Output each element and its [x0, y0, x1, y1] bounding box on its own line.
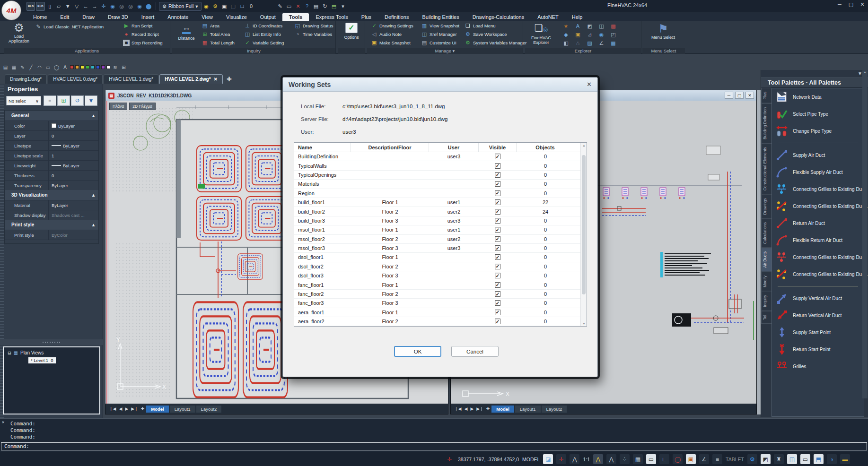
scroll-up-icon[interactable]: ▲	[581, 144, 587, 147]
visible-checkbox[interactable]: ✓	[479, 207, 517, 216]
palette-item-network-data[interactable]: Network Data	[772, 88, 864, 105]
toolbar-overflow-icon[interactable]: ▾	[339, 2, 347, 11]
id-coordinates-button[interactable]: ⊥ID Coordinates	[244, 22, 282, 29]
palette-tab[interactable]: Inquiry	[761, 291, 772, 311]
pencil-icon[interactable]: ✎	[19, 63, 26, 72]
visible-checkbox[interactable]: ✓	[479, 216, 517, 225]
color-swatch[interactable]	[86, 65, 89, 69]
workspace-dropdown[interactable]: ⚙ Ribbon Full ▾	[159, 2, 202, 11]
table-row[interactable]: msol_floor1 Floor 1 user1 ✓ 0	[294, 225, 580, 234]
monitor-icon[interactable]: ▭	[800, 454, 810, 464]
visible-checkbox[interactable]: ✓	[479, 317, 517, 326]
new-layout-icon[interactable]: ✚	[140, 406, 146, 411]
bld-icon[interactable]: BLD	[36, 2, 44, 11]
redo-icon[interactable]: →	[91, 2, 99, 11]
visible-checkbox[interactable]: ✓	[479, 189, 517, 198]
variable-setting-button[interactable]: ✓Variable Setting	[244, 39, 284, 46]
arc-icon[interactable]: ◠	[36, 63, 43, 72]
save-as-icon[interactable]: ▽	[73, 2, 81, 11]
visible-checkbox[interactable]: ✓	[479, 180, 517, 188]
audio-note-button[interactable]: ◁Audio Note	[371, 30, 402, 38]
table-header[interactable]: Name Description/Floor User Visible Obje…	[294, 143, 587, 152]
color-swatch[interactable]	[91, 65, 95, 69]
plot-icon[interactable]: ✛	[100, 2, 108, 11]
rect-icon[interactable]: ▭	[44, 63, 52, 72]
sphere-icon[interactable]: ◉	[109, 2, 117, 11]
panel-splitter[interactable]	[0, 339, 103, 345]
section-general[interactable]: General▴	[5, 111, 98, 121]
explorer-tool-icon[interactable]: ★	[560, 22, 572, 30]
explorer-tool-icon[interactable]: ⊿	[584, 30, 596, 39]
section-3d-visualization[interactable]: 3D Visualization▴	[5, 190, 98, 200]
annotation-monitor-icon[interactable]: ⋀	[606, 454, 616, 464]
viewport-minimize-button[interactable]: ─	[725, 92, 733, 99]
box-3d-icon[interactable]: ⬒	[330, 2, 338, 11]
plan-views-root[interactable]: ⊟ ▦ Plan Views	[4, 347, 99, 355]
bulb-icon[interactable]: ◉	[202, 2, 210, 11]
options-button[interactable]: ✓ Options	[338, 23, 365, 40]
minimize-button[interactable]: ─	[836, 1, 843, 8]
menu-tab[interactable]: Insert	[135, 13, 161, 21]
distance-button[interactable]: ↔ Distance	[173, 23, 200, 41]
doc-tab[interactable]: HVAC LEVEL 1.dwg*	[104, 74, 158, 84]
visible-checkbox[interactable]: ✓	[479, 271, 517, 280]
table-row[interactable]: aera_floor1 Floor 1 ✓ 0	[294, 308, 580, 317]
ok-button[interactable]: OK	[394, 346, 441, 357]
gear-yellow-icon[interactable]: ⚙	[211, 2, 219, 11]
palette-tab[interactable]: Air Ducts	[761, 248, 772, 271]
save-icon[interactable]: ▼	[64, 2, 72, 11]
section-print-style[interactable]: Print style▴	[5, 220, 98, 230]
select-objects-button[interactable]: ↺	[71, 95, 84, 106]
table-row[interactable]: TypicalWalls ✓ 0	[294, 161, 580, 170]
grid-dots-icon[interactable]: ⁘	[620, 454, 630, 464]
explorer-tool-icon[interactable]: ◰	[607, 30, 619, 39]
palette-item-return-air-duct[interactable]: Return Air Duct	[772, 215, 864, 232]
menu-tab[interactable]: Draw	[76, 13, 101, 21]
color-swatch[interactable]	[80, 65, 84, 69]
viewport-close-button[interactable]: ✕	[745, 92, 754, 99]
explorer-tool-icon[interactable]: ◉	[596, 30, 607, 39]
layout1-tab[interactable]: Layout1	[170, 406, 195, 413]
dialog-close-icon[interactable]: ✕	[587, 81, 592, 88]
table-scrollbar[interactable]: ▲ ▼	[580, 143, 587, 326]
visible-checkbox[interactable]: ✓	[479, 161, 517, 170]
delete-icon[interactable]: ✕	[294, 2, 302, 11]
table-row[interactable]: msol_floor3 Floor 3 user3 ✓ 0	[294, 244, 580, 253]
color-swatch[interactable]	[101, 65, 105, 69]
layers-icon[interactable]: ▣	[220, 2, 228, 11]
plan-view-button[interactable]: Πλάνα	[109, 103, 127, 110]
grid-display-icon[interactable]: ▦	[633, 454, 643, 464]
system-variables-manager-button[interactable]: ⚙System Variables Manager	[465, 39, 526, 46]
visible-checkbox[interactable]: ✓	[479, 308, 517, 317]
current-layer-value[interactable]: 0	[247, 2, 255, 11]
graphics-performance-icon[interactable]: ◫	[787, 454, 797, 464]
line-icon[interactable]: ╱	[27, 63, 35, 72]
table-row[interactable]: build_floor2 Floor 2 user2 ✓ 24	[294, 207, 580, 216]
monitor-icon[interactable]: ▭	[285, 2, 293, 11]
palette-tab[interactable]: Building Definition	[761, 104, 772, 143]
sphere-icon[interactable]: ◎	[127, 2, 135, 11]
menu-tab[interactable]: Edit	[53, 13, 76, 21]
visible-checkbox[interactable]: ✓	[479, 171, 517, 179]
palette-item-return-start-point[interactable]: Return Start Point	[772, 341, 864, 358]
explorer-tool-icon[interactable]: A	[572, 22, 584, 30]
run-script-button[interactable]: ▶ Run Script	[123, 22, 152, 29]
workspace-switch-icon[interactable]: ◩	[761, 454, 771, 464]
load-application-button[interactable]: ⚙ Load Application	[6, 22, 32, 43]
palette-tab[interactable]: Tol	[761, 311, 772, 324]
model-space-label[interactable]: MODEL	[522, 457, 540, 462]
menu-tab[interactable]: Express Tools	[309, 13, 354, 21]
table-row[interactable]: dsol_floor1 Floor 1 ✓ 0	[294, 253, 580, 262]
annotation-visibility-icon[interactable]: ⋀	[570, 454, 579, 464]
palette-item-grilles[interactable]: Grilles	[772, 358, 864, 375]
palette-tab[interactable]: Constructional Elements	[761, 143, 772, 194]
grid-icon[interactable]: ▤	[2, 63, 9, 72]
lineweight-display-icon[interactable]: ≡	[712, 454, 722, 464]
explorer-tool-icon[interactable]: ∴	[572, 39, 584, 47]
col-description-floor[interactable]: Description/Floor	[351, 143, 429, 152]
text-icon[interactable]: A	[61, 63, 69, 72]
table-row[interactable]: fanc_floor1 Floor 1 ✓ 0	[294, 280, 580, 289]
table-row[interactable]: Region ✓ 0	[294, 189, 580, 198]
list-entity-info-button[interactable]: ◫List Entity Info	[244, 30, 281, 38]
prop-row-layer[interactable]: Layer0	[5, 130, 98, 140]
